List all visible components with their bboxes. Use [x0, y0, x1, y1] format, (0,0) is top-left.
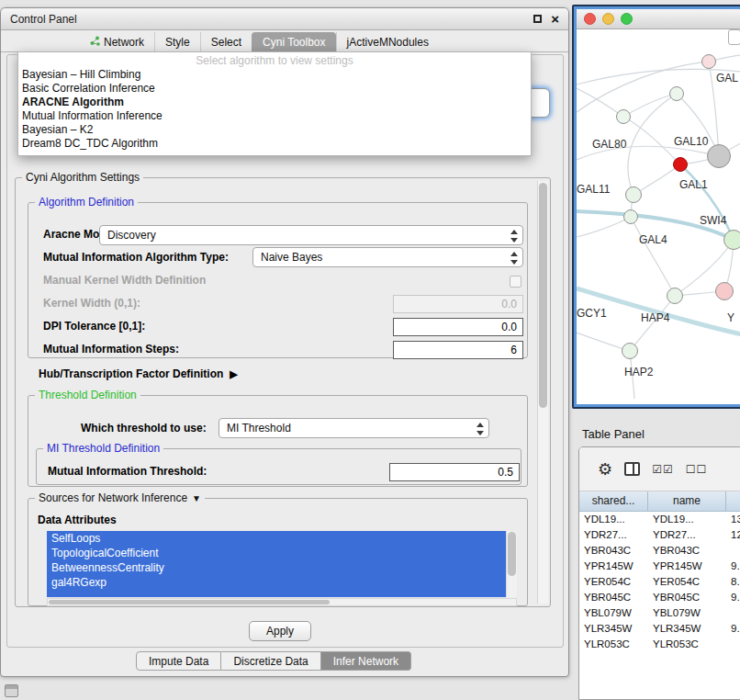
mi-type-select[interactable]: Naive Bayes: [252, 247, 523, 267]
table-row[interactable]: YLR053CYLR053C: [579, 637, 740, 652]
aracne-mode-select[interactable]: Discovery: [99, 225, 523, 245]
table-row[interactable]: YDR27...YDR27...12: [579, 527, 740, 543]
mi-threshold-field[interactable]: 0.5: [389, 463, 520, 481]
table-row[interactable]: YLR345WYLR345W9.: [579, 621, 740, 637]
control-panel-titlebar[interactable]: Control Panel ×: [1, 8, 568, 30]
network-node-swi4[interactable]: [723, 230, 740, 250]
network-node-gal4[interactable]: [623, 209, 638, 224]
algorithm-dropdown: Select algorithm to view settings Bayesi…: [17, 51, 532, 156]
bottom-tab-infer-network[interactable]: Infer Network: [321, 651, 411, 671]
bottom-tab-discretize-data[interactable]: Discretize Data: [221, 651, 320, 671]
network-tab-icon: [90, 36, 100, 49]
column-header-name[interactable]: name: [648, 491, 726, 512]
network-node-gal11[interactable]: [625, 186, 642, 203]
network-window-titlebar[interactable]: [577, 9, 740, 29]
kernel-width-field[interactable]: 0.0: [393, 295, 523, 313]
which-threshold-select[interactable]: MI Threshold: [219, 418, 489, 438]
table-cell: YDR27...: [579, 527, 648, 543]
dpi-tolerance-field[interactable]: 0.0: [393, 318, 523, 336]
attribute-item[interactable]: SelfLoops: [47, 531, 506, 546]
deselect-all-icon[interactable]: ☐☐: [686, 464, 708, 475]
mi-steps-field[interactable]: 6: [393, 341, 523, 359]
mi-steps-label: Mutual Information Steps:: [43, 343, 179, 356]
algorithm-option[interactable]: Bayesian – Hill Climbing: [18, 68, 531, 82]
table-row[interactable]: YBR045CYBR045C9.: [579, 590, 740, 605]
close-window-icon[interactable]: ×: [551, 12, 559, 26]
algorithm-option[interactable]: Basic Correlation Inference: [18, 82, 531, 96]
zoom-traffic-light-icon[interactable]: [621, 13, 633, 25]
list-hscrollbar-thumb[interactable]: [49, 600, 330, 604]
attribute-item[interactable]: TopologicalCoefficient: [47, 546, 506, 560]
table-cell: YBR045C: [579, 590, 648, 605]
select-all-icon[interactable]: ☑☑: [652, 464, 674, 475]
network-node-gal80[interactable]: [616, 109, 631, 124]
table-cell: 12: [726, 527, 740, 543]
bottom-tab-bar: Impute DataDiscretize DataInfer Network: [136, 651, 411, 671]
attribute-item[interactable]: BetweennessCentrality: [47, 560, 506, 575]
table-row[interactable]: YPR145WYPR145W9.: [579, 559, 740, 574]
algorithm-definition-group: Algorithm Definition Aracne Mode: Discov…: [28, 202, 528, 358]
table-cell: YBL079W: [648, 605, 726, 621]
network-node-green-top[interactable]: [669, 86, 684, 101]
node-label-gal: GAL: [716, 72, 738, 85]
table-cell: YBL079W: [579, 605, 648, 621]
algorithm-option[interactable]: Mutual Information Inference: [18, 109, 531, 123]
window-buttons: ×: [533, 12, 559, 26]
apply-button[interactable]: Apply: [249, 621, 311, 641]
network-node-red[interactable]: [673, 157, 688, 172]
node-label-gal4: GAL4: [639, 233, 667, 246]
network-node-mid-green[interactable]: [667, 288, 683, 304]
dropdown-placeholder: Select algorithm to view settings: [18, 53, 531, 68]
float-window-icon[interactable]: [533, 15, 542, 23]
expand-arrow-icon: ▶: [230, 368, 237, 379]
algorithm-definition-title: Algorithm Definition: [35, 196, 138, 209]
table-cell: YER054C: [579, 574, 648, 590]
network-node-pink-right[interactable]: [715, 282, 734, 300]
hub-definition-section[interactable]: Hub/Transcription Factor Definition▶: [39, 367, 238, 380]
table-cell: 9.: [726, 559, 740, 574]
attribute-item[interactable]: gal4RGexp: [47, 575, 506, 590]
list-scrollbar[interactable]: [506, 531, 517, 597]
bottom-tab-impute-data[interactable]: Impute Data: [136, 651, 221, 671]
sources-title[interactable]: Sources for Network Inference▼: [35, 491, 205, 504]
algorithm-option[interactable]: Bayesian – K2: [18, 123, 531, 137]
close-traffic-light-icon[interactable]: [584, 13, 596, 25]
dpi-tolerance-label: DPI Tolerance [0,1]:: [43, 320, 145, 333]
network-node-pink-top[interactable]: [701, 54, 716, 69]
minimized-panel-icon[interactable]: [5, 684, 18, 697]
settings-scrollbar-thumb[interactable]: [539, 183, 547, 408]
network-node-gal10[interactable]: [707, 144, 731, 168]
desktop: Control Panel × NetworkStyleSelectCyni T…: [0, 0, 740, 700]
tab-style[interactable]: Style: [154, 32, 200, 51]
table-toolbar: ⚙ ☑☑ ☐☐: [579, 447, 740, 491]
tab-network[interactable]: Network: [80, 32, 154, 51]
table-row[interactable]: YBL079WYBL079W: [579, 605, 740, 621]
data-attributes-list[interactable]: SelfLoopsTopologicalCoefficientBetweenne…: [47, 531, 517, 597]
column-header-shared[interactable]: shared...: [579, 491, 648, 512]
algorithm-option[interactable]: ARACNE Algorithm: [18, 96, 531, 109]
network-view-window: GAL80GAL10GAL11GAL1SWI4GAL4GCY1HAP4HAP2Y…: [572, 5, 740, 409]
tab-jactivemnodules[interactable]: jActiveMNodules: [336, 32, 439, 51]
table-row[interactable]: YBR043CYBR043C: [579, 543, 740, 559]
minimize-traffic-light-icon[interactable]: [602, 13, 614, 25]
cyni-algorithm-settings-group: Cyni Algorithm Settings Algorithm Defini…: [15, 177, 551, 607]
network-node-hap2[interactable]: [622, 343, 638, 359]
manual-kernel-checkbox[interactable]: [510, 276, 521, 288]
network-canvas[interactable]: GAL80GAL10GAL11GAL1SWI4GAL4GCY1HAP4HAP2Y…: [577, 29, 740, 404]
mi-threshold-group: MI Threshold Definition Mutual Informati…: [36, 448, 521, 485]
collapse-arrow-icon: ▼: [192, 493, 201, 503]
attribute-item-partial[interactable]: [47, 590, 506, 597]
tab-cyni-toolbox[interactable]: Cyni Toolbox: [252, 32, 335, 51]
tab-select[interactable]: Select: [200, 32, 252, 51]
network-scrollbar-corner[interactable]: [728, 29, 740, 45]
gear-icon[interactable]: ⚙: [598, 461, 612, 478]
table-row[interactable]: YER054CYER054C8.: [579, 574, 740, 590]
list-scrollbar-thumb[interactable]: [508, 532, 516, 576]
column-header-extra[interactable]: [726, 491, 740, 512]
settings-scrollbar[interactable]: [537, 181, 548, 604]
column-selector-icon[interactable]: [624, 462, 640, 476]
table-row[interactable]: YDL19...YDL19...13: [579, 512, 740, 527]
table-cell: YDL19...: [579, 512, 648, 527]
list-hscrollbar[interactable]: [47, 598, 517, 606]
algorithm-option[interactable]: Dream8 DC_TDC Algorithm: [18, 137, 531, 151]
